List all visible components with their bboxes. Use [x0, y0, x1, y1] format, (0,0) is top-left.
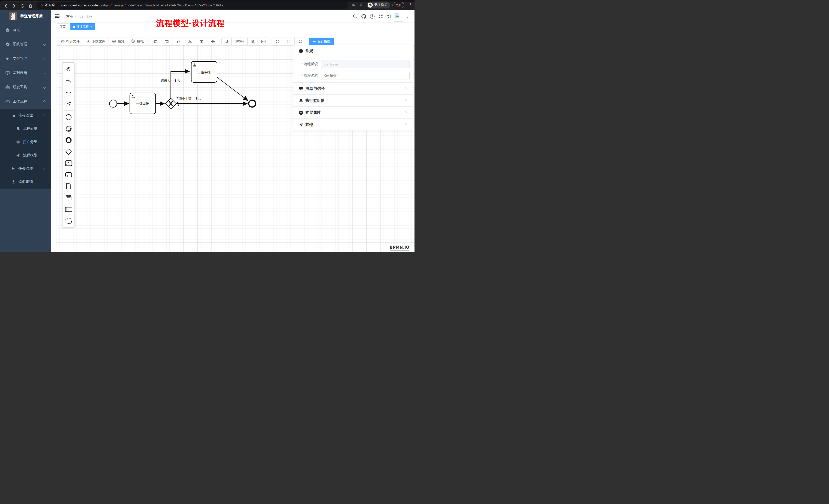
sidebar-logo-row[interactable]: 芋道管理系统 — [0, 10, 51, 24]
create-data-store-icon[interactable] — [63, 192, 74, 203]
align-center-horizontal-button[interactable] — [196, 38, 207, 45]
tag-design-active[interactable]: 设计流程 × — [70, 23, 95, 30]
sidebar-item-payment[interactable]: ¥ 支付管理 — [0, 51, 51, 66]
sidebar-item-process-form[interactable]: 流程表单 — [0, 122, 51, 135]
chevron-down-icon — [43, 167, 46, 170]
space-tool-icon[interactable] — [63, 86, 74, 98]
help-icon[interactable]: ? — [370, 14, 375, 19]
sidebar-collapse-icon[interactable] — [55, 13, 61, 19]
folder-open-icon — [61, 40, 65, 43]
create-end-event-icon[interactable] — [63, 134, 74, 146]
sidebar-item-label: 研发工具 — [13, 85, 27, 89]
condition-label-gt3[interactable]: 请假大于 3 天 — [161, 79, 180, 82]
align-center-vertical-button[interactable] — [207, 38, 219, 45]
align-left-button[interactable] — [150, 38, 161, 45]
lasso-tool-icon[interactable] — [63, 75, 74, 86]
hand-tool-icon[interactable] — [63, 64, 74, 75]
home-icon[interactable] — [28, 3, 33, 9]
create-user-task-icon[interactable] — [63, 157, 74, 169]
restart-button[interactable] — [295, 38, 306, 45]
sidebar-item-devtools[interactable]: 研发工具 — [0, 80, 51, 94]
section-general[interactable]: 常规 — [293, 45, 413, 57]
sidebar-item-process-model[interactable]: 流程模型 — [0, 149, 51, 162]
browser-menu-icon[interactable]: ⋮ — [408, 3, 412, 7]
align-top-button[interactable] — [173, 38, 184, 45]
bookmark-star-icon[interactable]: ☆ — [359, 3, 363, 6]
avatar-caret-icon[interactable]: ▾ — [406, 15, 408, 19]
bpmn-palette — [62, 63, 75, 227]
redo-button[interactable] — [283, 38, 295, 45]
palette-divider — [64, 110, 73, 111]
create-data-object-icon[interactable] — [63, 180, 74, 192]
sidebar-item-system[interactable]: 系统管理 — [0, 37, 51, 51]
open-file-button[interactable]: 打开文件 — [57, 38, 83, 45]
breadcrumb-home[interactable]: 首页 — [66, 14, 73, 19]
preview-button[interactable]: 预览 — [109, 38, 128, 45]
section-other[interactable]: 其他 — [293, 119, 413, 130]
process-name-input[interactable] — [321, 72, 410, 80]
tag-home-label: 首页 — [60, 25, 66, 29]
chevron-down-icon — [404, 49, 407, 52]
screen: ⚠ 不安全 dashboard.yudao.iocoder.cn/bpm/man… — [0, 0, 414, 252]
undo-button[interactable] — [272, 38, 283, 45]
designer-main: 打开文件 下载文件 预览 模拟 — [51, 31, 414, 252]
sidebar-item-leave-query[interactable]: 请假查询 — [0, 175, 51, 189]
create-start-event-icon[interactable] — [63, 111, 74, 123]
sidebar-item-user-group[interactable]: 用户分组 — [0, 135, 51, 149]
align-bottom-button[interactable] — [184, 38, 196, 45]
fullscreen-icon[interactable] — [378, 14, 383, 19]
sidebar-item-home[interactable]: 首页 — [0, 23, 51, 37]
zoom-out-button[interactable] — [221, 38, 232, 45]
tag-home[interactable]: 首页 — [57, 23, 68, 30]
zoom-in-button[interactable] — [248, 38, 258, 45]
sidebar-item-label: 流程管理 — [19, 113, 33, 118]
tag-close-icon[interactable]: × — [91, 25, 93, 28]
download-file-button[interactable]: 下载文件 — [83, 38, 109, 45]
simulate-button[interactable]: 模拟 — [128, 38, 147, 45]
sidebar-item-process-management[interactable]: 流程管理 — [0, 109, 51, 122]
create-subprocess-icon[interactable] — [63, 169, 74, 180]
panel-divider — [291, 45, 291, 252]
reload-icon[interactable] — [20, 3, 25, 9]
sidebar-item-workflow[interactable]: 工作流程 — [0, 94, 51, 109]
back-icon[interactable] — [3, 3, 9, 9]
zoom-button-group: 100% — [221, 38, 269, 45]
workflow-submenu: 流程管理 流程表单 用户分组 — [0, 109, 51, 189]
font-size-icon[interactable]: tT — [386, 14, 393, 19]
condition-label-le1[interactable]: 请假小于等于 1 天 — [175, 97, 202, 100]
sidebar-item-task-management[interactable]: 任务管理 — [0, 162, 51, 175]
section-message-signal[interactable]: 消息与信号 — [293, 83, 413, 95]
security-chip[interactable]: ⚠ 不安全 — [40, 3, 55, 7]
chevron-down-icon — [43, 57, 46, 60]
flow-task2-to-end[interactable] — [217, 77, 248, 101]
preview-label: 预览 — [118, 39, 124, 44]
sidebar-item-infrastructure[interactable]: 基础设施 — [0, 66, 51, 80]
address-bar[interactable]: ⚠ 不安全 dashboard.yudao.iocoder.cn/bpm/man… — [36, 2, 348, 9]
avatar[interactable] — [394, 12, 403, 22]
sidebar-item-label: 基础设施 — [13, 71, 27, 75]
create-intermediate-event-icon[interactable] — [63, 123, 74, 134]
fit-viewport-button[interactable] — [258, 38, 269, 45]
section-execution-listener[interactable]: 执行监听器 — [293, 95, 413, 107]
chevron-down-icon — [43, 43, 46, 45]
search-icon[interactable] — [353, 14, 358, 19]
end-event[interactable] — [249, 100, 256, 107]
sidebar: 芋道管理系统 首页 系统管理 ¥ 支付管理 — [0, 10, 51, 252]
create-group-icon[interactable] — [63, 215, 74, 226]
bpmn-io-logo[interactable]: BPMN.iO — [390, 245, 409, 250]
create-gateway-icon[interactable] — [63, 146, 74, 157]
create-participant-icon[interactable] — [63, 203, 74, 215]
connection-tool-icon[interactable] — [63, 98, 74, 110]
save-model-button[interactable]: 保存模型 — [309, 38, 334, 45]
forward-icon[interactable] — [11, 3, 17, 9]
download-icon — [86, 40, 90, 43]
start-event[interactable] — [110, 100, 117, 108]
browser-update-button[interactable]: 更新 — [393, 2, 404, 8]
flow-gateway-to-task2[interactable] — [171, 71, 189, 98]
align-right-button[interactable] — [161, 38, 173, 45]
section-extension-properties[interactable]: 扩展属性 — [293, 107, 413, 119]
github-icon[interactable] — [361, 14, 366, 19]
simulate-label: 模拟 — [137, 39, 144, 44]
key-icon[interactable] — [351, 3, 356, 7]
update-label: 更新 — [395, 3, 401, 7]
